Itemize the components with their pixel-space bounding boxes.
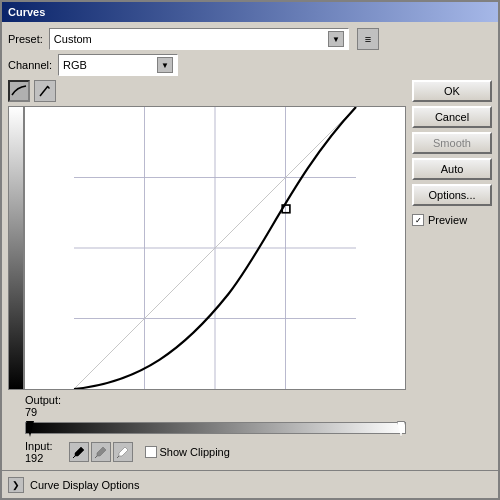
curve-display-label: Curve Display Options [30,479,139,491]
curve-tools [8,80,406,102]
preset-arrow[interactable]: ▼ [328,31,344,47]
smooth-button[interactable]: Smooth [412,132,492,154]
svg-line-13 [117,456,119,458]
black-eyedropper-btn[interactable] [69,442,89,462]
white-eyedropper-btn[interactable] [113,442,133,462]
input-area: Input: 192 [25,440,406,464]
cancel-button[interactable]: Cancel [412,106,492,128]
channel-select[interactable]: RGB ▼ [58,54,178,76]
curve-tool-btn[interactable] [8,80,30,102]
black-point-handle[interactable] [26,421,34,437]
preset-value: Custom [54,33,92,45]
output-area: Output: 79 [25,394,406,418]
ok-button[interactable]: OK [412,80,492,102]
preset-row: Preset: Custom ▼ ≡ [8,28,492,50]
show-clipping-area: Show Clipping [145,446,230,458]
right-panel: OK Cancel Smooth Auto Options... ✓ Previ… [412,80,492,464]
window-title: Curves [8,6,492,18]
left-panel: Output: 79 Input: 192 [8,80,406,464]
channel-value: RGB [63,59,87,71]
pencil-tool-btn[interactable] [34,80,56,102]
gradient-bar [8,106,24,390]
preset-options-btn[interactable]: ≡ [357,28,379,50]
curves-window: Curves Preset: Custom ▼ ≡ Channel: RGB ▼ [0,0,500,500]
white-point-handle[interactable] [397,421,405,437]
gray-eyedropper-btn[interactable] [91,442,111,462]
curve-canvas[interactable] [24,106,406,390]
preset-select[interactable]: Custom ▼ [49,28,349,50]
preview-row: ✓ Preview [412,214,492,226]
svg-line-11 [73,456,75,458]
channel-arrow[interactable]: ▼ [157,57,173,73]
eyedroppers-group [69,442,133,462]
svg-line-12 [95,456,97,458]
options-button[interactable]: Options... [412,184,492,206]
output-label: Output: [25,394,406,406]
preview-label: Preview [428,214,467,226]
svg-line-0 [40,86,48,96]
curve-area [8,106,406,390]
title-bar: Curves [2,2,498,22]
input-label-group: Input: 192 [25,440,53,464]
channel-row: Channel: RGB ▼ [8,54,492,76]
main-area: Output: 79 Input: 192 [8,80,492,464]
input-value: 192 [25,452,43,464]
bottom-slider-area [8,422,406,434]
output-value: 79 [25,406,406,418]
preset-label: Preset: [8,33,43,45]
expand-button[interactable]: ❯ [8,477,24,493]
bottom-bar: ❯ Curve Display Options [2,470,498,498]
preview-checkbox[interactable]: ✓ [412,214,424,226]
show-clipping-checkbox[interactable] [145,446,157,458]
channel-label: Channel: [8,59,52,71]
input-label: Input: [25,440,53,452]
show-clipping-label: Show Clipping [160,446,230,458]
gradient-slider[interactable] [25,422,406,434]
auto-button[interactable]: Auto [412,158,492,180]
